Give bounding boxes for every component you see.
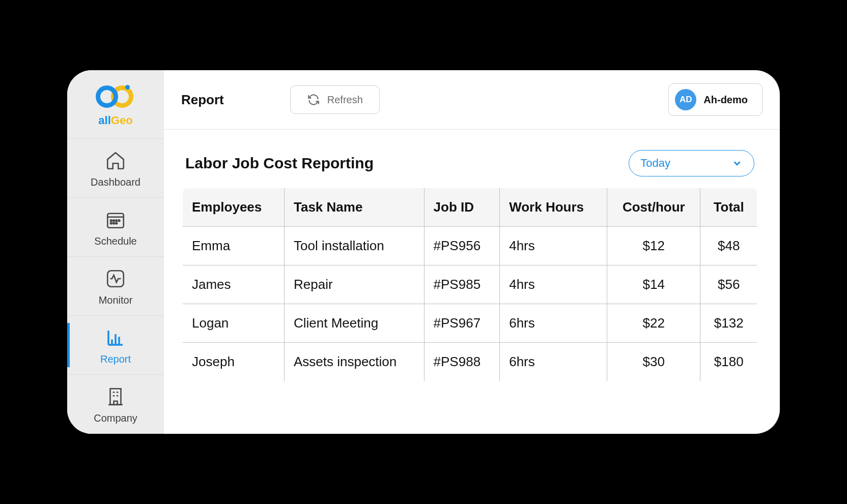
brand-logo: allGeo xyxy=(67,70,164,138)
table-row: EmmaTool installation#PS9564hrs$12$48 xyxy=(183,227,757,265)
col-total: Total xyxy=(700,188,757,227)
cell-hours: 4hrs xyxy=(500,227,607,265)
logo-text: allGeo xyxy=(98,114,132,127)
cell-jobid: #PS988 xyxy=(424,343,500,381)
sidebar-item-schedule[interactable]: Schedule xyxy=(67,197,164,256)
col-task: Task Name xyxy=(284,188,424,227)
main-area: Report Refresh AD Ah-demo Labor Job Cost… xyxy=(164,70,780,434)
sidebar-item-monitor[interactable]: Monitor xyxy=(67,256,164,315)
svg-point-3 xyxy=(116,220,117,221)
sidebar-item-label: Report xyxy=(100,353,131,365)
bar-chart-icon xyxy=(105,327,126,348)
table-row: JamesRepair#PS9854hrs$14$56 xyxy=(183,265,757,304)
svg-point-2 xyxy=(113,220,115,221)
sidebar-item-dashboard[interactable]: Dashboard xyxy=(67,138,164,197)
col-rate: Cost/hour xyxy=(607,188,700,227)
avatar: AD xyxy=(675,89,696,110)
date-range-select[interactable]: Today xyxy=(629,150,754,176)
cell-rate: $22 xyxy=(607,304,700,343)
sidebar-item-label: Schedule xyxy=(94,235,136,247)
table-row: JosephAssets inspection#PS9886hrs$30$180 xyxy=(183,343,757,381)
building-icon xyxy=(105,386,126,407)
refresh-icon xyxy=(307,93,320,106)
cell-hours: 6hrs xyxy=(500,304,607,343)
sidebar-item-report[interactable]: Report xyxy=(67,315,164,374)
report-panel: Labor Job Cost Reporting Today Employees… xyxy=(173,140,767,397)
svg-point-7 xyxy=(116,223,117,224)
cell-employee: Emma xyxy=(183,227,285,265)
cell-task: Assets inspection xyxy=(284,343,424,381)
refresh-button[interactable]: Refresh xyxy=(290,85,380,114)
cell-total: $180 xyxy=(700,343,757,381)
cell-task: Client Meeting xyxy=(284,304,424,343)
table-header-row: Employees Task Name Job ID Work Hours Co… xyxy=(183,188,757,227)
cell-total: $132 xyxy=(700,304,757,343)
cell-rate: $14 xyxy=(607,265,700,304)
table-row: LoganClient Meeting#PS9676hrs$22$132 xyxy=(183,304,757,343)
cell-employee: James xyxy=(183,265,285,304)
sidebar: allGeo Dashboard Schedule Monitor xyxy=(67,70,164,434)
col-hours: Work Hours xyxy=(500,188,607,227)
svg-rect-9 xyxy=(110,389,121,405)
cell-hours: 6hrs xyxy=(500,343,607,381)
sidebar-item-label: Dashboard xyxy=(91,176,140,188)
cell-jobid: #PS956 xyxy=(424,227,500,265)
activity-icon xyxy=(105,268,126,289)
svg-point-1 xyxy=(110,220,112,221)
cell-jobid: #PS967 xyxy=(424,304,500,343)
home-icon xyxy=(105,150,126,171)
svg-point-5 xyxy=(110,223,112,224)
cell-task: Tool installation xyxy=(284,227,424,265)
cell-total: $48 xyxy=(700,227,757,265)
cell-employee: Joseph xyxy=(183,343,285,381)
cell-rate: $30 xyxy=(607,343,700,381)
cell-task: Repair xyxy=(284,265,424,304)
sidebar-item-company[interactable]: Company xyxy=(67,374,164,434)
page-title: Report xyxy=(181,92,224,108)
cell-jobid: #PS985 xyxy=(424,265,500,304)
user-menu[interactable]: AD Ah-demo xyxy=(668,83,763,116)
chevron-down-icon xyxy=(731,158,743,169)
panel-title: Labor Job Cost Reporting xyxy=(185,155,374,172)
svg-point-6 xyxy=(113,223,115,224)
logo-icon xyxy=(96,85,135,112)
cell-total: $56 xyxy=(700,265,757,304)
refresh-label: Refresh xyxy=(327,94,363,106)
cell-employee: Logan xyxy=(183,304,285,343)
col-jobid: Job ID xyxy=(424,188,500,227)
svg-point-4 xyxy=(119,220,120,221)
cell-rate: $12 xyxy=(607,227,700,265)
topbar: Report Refresh AD Ah-demo xyxy=(164,70,780,130)
app-window: allGeo Dashboard Schedule Monitor xyxy=(67,70,780,434)
content: Labor Job Cost Reporting Today Employees… xyxy=(164,130,780,422)
sidebar-item-label: Monitor xyxy=(99,294,133,306)
user-name: Ah-demo xyxy=(703,94,748,106)
sidebar-item-label: Company xyxy=(94,412,137,424)
col-employees: Employees xyxy=(183,188,285,227)
report-table: Employees Task Name Job ID Work Hours Co… xyxy=(182,188,757,381)
cell-hours: 4hrs xyxy=(500,265,607,304)
calendar-icon xyxy=(105,209,126,230)
range-value: Today xyxy=(640,157,670,170)
